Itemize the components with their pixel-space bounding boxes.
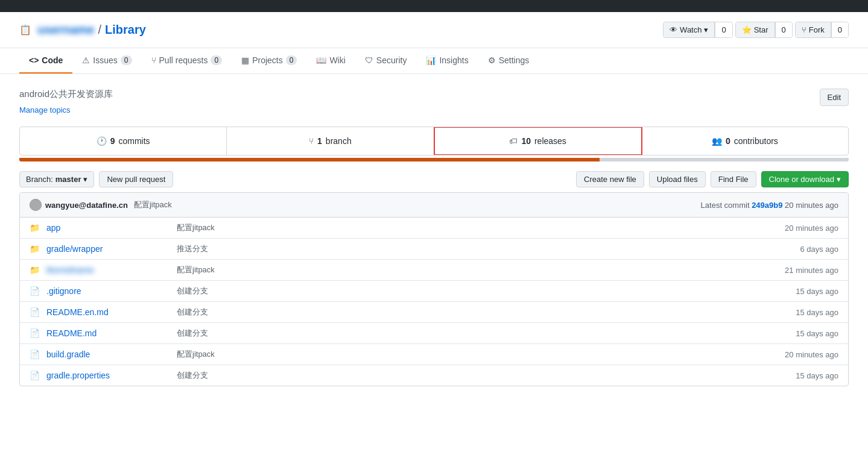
commit-message: 配置jitpack xyxy=(134,199,172,210)
file-table: wangyue@datafine.cn 配置jitpack Latest com… xyxy=(19,192,849,386)
new-pull-request-button[interactable]: New pull request xyxy=(99,171,173,187)
pr-badge: 0 xyxy=(211,55,222,65)
star-icon: ⭐ xyxy=(742,25,752,34)
tab-settings-label: Settings xyxy=(499,55,530,65)
tab-insights[interactable]: 📊 Insights xyxy=(416,48,478,74)
file-time: 6 days ago xyxy=(800,245,838,254)
tab-code[interactable]: <> Code xyxy=(19,48,72,74)
file-icon: 📄 xyxy=(30,371,42,380)
file-name-link[interactable]: gradle.properties xyxy=(46,371,167,380)
commit-author: wangyue@datafine.cn 配置jitpack xyxy=(30,199,172,211)
fork-button[interactable]: ⑂ Fork xyxy=(796,22,831,37)
file-time: 15 days ago xyxy=(796,329,838,338)
issues-badge: 0 xyxy=(121,55,132,65)
latest-commit-time: 20 minutes ago xyxy=(785,201,838,210)
commits-stat[interactable]: 🕐 9 commits xyxy=(20,127,227,155)
projects-icon: ▦ xyxy=(241,55,249,65)
contributors-icon: 👥 xyxy=(712,136,722,146)
star-count: 0 xyxy=(775,22,792,37)
folder-icon: 📁 xyxy=(30,265,42,275)
file-commit-msg: 创建分支 xyxy=(177,307,796,318)
find-file-button[interactable]: Find File xyxy=(711,171,756,187)
clone-label-text: Clone or download xyxy=(769,175,834,184)
author-avatar xyxy=(30,199,42,211)
file-name-link[interactable]: README.en.md xyxy=(46,307,167,317)
latest-commit-hash[interactable]: 249a9b9 xyxy=(752,201,782,210)
create-new-file-button[interactable]: Create new file xyxy=(576,171,644,187)
file-commit-msg: 推送分支 xyxy=(177,243,800,254)
star-label: Star xyxy=(754,25,768,34)
tab-issues-label: Issues xyxy=(93,55,117,65)
file-name-link[interactable]: README.md xyxy=(46,328,167,338)
contributors-label: contributors xyxy=(734,136,778,146)
tab-issues[interactable]: ⚠ Issues 0 xyxy=(72,48,141,74)
file-time: 15 days ago xyxy=(796,371,838,380)
file-name-link[interactable]: build.gradle xyxy=(46,350,167,359)
tab-security-label: Security xyxy=(376,55,407,65)
table-row: 📁 app 配置jitpack 20 minutes ago xyxy=(20,218,848,239)
file-name-link[interactable]: gradle/wrapper xyxy=(46,244,167,254)
tab-wiki-label: Wiki xyxy=(329,55,345,65)
language-progress-bar xyxy=(19,158,849,161)
branches-stat[interactable]: ⑂ 1 branch xyxy=(227,127,434,155)
eye-icon: 👁 xyxy=(670,25,677,34)
stats-bar: 🕐 9 commits ⑂ 1 branch 🏷 10 releases 👥 0… xyxy=(19,127,849,155)
fork-label: Fork xyxy=(809,25,825,34)
branch-count: 1 xyxy=(317,136,322,146)
table-row: 📄 README.en.md 创建分支 15 days ago xyxy=(20,302,848,323)
repo-description-section: android公共开发资源库 Manage topics Edit xyxy=(19,89,849,114)
star-button[interactable]: ⭐ Star xyxy=(736,22,775,37)
file-icon: 📄 xyxy=(30,307,42,317)
table-row: 📄 README.md 创建分支 15 days ago xyxy=(20,323,848,344)
file-commit-msg: 创建分支 xyxy=(177,286,796,296)
repo-description: android公共开发资源库 xyxy=(19,89,113,100)
tab-security[interactable]: 🛡 Security xyxy=(355,48,417,74)
latest-commit-info: Latest commit 249a9b9 20 minutes ago xyxy=(701,201,838,210)
clone-or-download-button[interactable]: Clone or download ▾ xyxy=(761,171,849,187)
tab-settings[interactable]: ⚙ Settings xyxy=(478,48,539,74)
commits-count: 9 xyxy=(110,136,115,146)
latest-commit-header: wangyue@datafine.cn 配置jitpack Latest com… xyxy=(20,193,848,218)
releases-label: releases xyxy=(534,136,566,146)
file-name-link[interactable]: .gitignore xyxy=(46,286,167,296)
tab-wiki[interactable]: 📖 Wiki xyxy=(306,48,355,74)
branch-chevron-icon: ▾ xyxy=(83,175,87,184)
watch-label: Watch xyxy=(680,25,702,34)
folder-icon: 📁 xyxy=(30,244,42,254)
upload-files-button[interactable]: Upload files xyxy=(649,171,706,187)
repo-icon: 📋 xyxy=(19,24,31,36)
file-controls-left: Branch: master ▾ New pull request xyxy=(19,171,173,187)
tab-code-label: Code xyxy=(42,55,63,65)
tab-pull-requests[interactable]: ⑂ Pull requests 0 xyxy=(142,48,232,74)
contributors-stat[interactable]: 👥 0 contributors xyxy=(642,127,848,155)
tab-pr-label: Pull requests xyxy=(159,55,208,65)
repo-separator: / xyxy=(98,23,102,37)
file-time: 20 minutes ago xyxy=(785,224,838,233)
author-name: wangyue@datafine.cn xyxy=(45,201,128,210)
svg-rect-0 xyxy=(30,199,42,211)
branch-selector[interactable]: Branch: master ▾ xyxy=(19,171,94,187)
file-commit-msg: 配置jitpack xyxy=(177,222,785,233)
clone-chevron-icon: ▾ xyxy=(837,175,841,184)
watch-button[interactable]: 👁 Watch ▾ xyxy=(664,22,715,37)
manage-topics-link[interactable]: Manage topics xyxy=(19,105,71,114)
releases-stat[interactable]: 🏷 10 releases xyxy=(434,127,642,155)
current-branch: master xyxy=(55,175,81,184)
tab-projects-label: Projects xyxy=(252,55,283,65)
repo-name[interactable]: Library xyxy=(105,23,146,37)
repo-nav: <> Code ⚠ Issues 0 ⑂ Pull requests 0 ▦ P… xyxy=(0,48,868,74)
fork-group: ⑂ Fork 0 xyxy=(795,22,849,38)
branch-icon: ⑂ xyxy=(309,136,314,146)
file-time: 15 days ago xyxy=(796,308,838,317)
repo-owner[interactable]: username xyxy=(37,23,95,37)
tab-projects[interactable]: ▦ Projects 0 xyxy=(232,48,306,74)
commits-label: commits xyxy=(118,136,150,146)
file-icon: 📄 xyxy=(30,328,42,338)
edit-button[interactable]: Edit xyxy=(820,89,849,106)
file-icon: 📄 xyxy=(30,286,42,296)
file-name-link[interactable]: blurredname xyxy=(46,265,167,275)
fork-icon: ⑂ xyxy=(802,25,806,34)
star-group: ⭐ Star 0 xyxy=(735,22,793,38)
file-name-link[interactable]: app xyxy=(46,223,167,233)
file-controls: Branch: master ▾ New pull request Create… xyxy=(19,171,849,187)
